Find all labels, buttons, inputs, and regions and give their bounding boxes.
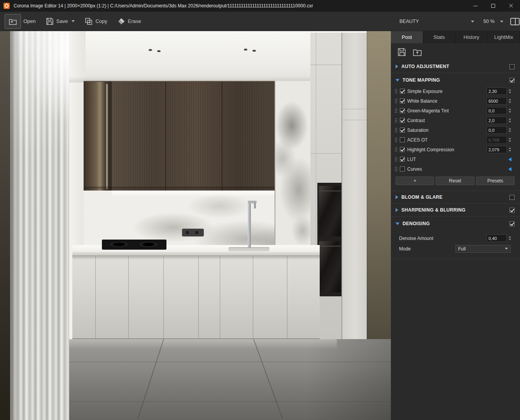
bloom-glare-checkbox[interactable] xyxy=(509,195,515,200)
param-aces-ot: ACES OT 0,768 xyxy=(391,135,520,145)
green-magenta-tint-checkbox[interactable] xyxy=(400,108,405,113)
simple-exposure-checkbox[interactable] xyxy=(400,89,405,94)
drag-handle-icon[interactable] xyxy=(395,118,397,123)
white-balance-checkbox[interactable] xyxy=(400,98,405,103)
denoise-amount-row: Denoise Amount 0,40 xyxy=(391,233,520,243)
green-magenta-tint-spinner[interactable] xyxy=(508,107,512,114)
simple-exposure-spinner[interactable] xyxy=(508,88,512,95)
cabinet-side-panel xyxy=(341,33,368,340)
drag-handle-icon[interactable] xyxy=(395,98,397,103)
open-folder-icon xyxy=(9,17,17,26)
counter-shadow xyxy=(72,256,320,260)
open-icon-box xyxy=(5,14,21,29)
reset-button[interactable]: Reset xyxy=(436,177,474,185)
window-title: Corona Image Editor 14 | 2000×2000px (1:… xyxy=(14,3,313,9)
upper-cabinet-shadow xyxy=(84,187,280,191)
auto-adjustment-checkbox[interactable] xyxy=(509,64,515,69)
cabinet-seam xyxy=(310,65,342,65)
drag-handle-icon[interactable] xyxy=(395,89,397,94)
zoom-value: 50 % xyxy=(483,19,495,24)
erase-button[interactable]: Erase xyxy=(117,18,141,25)
denoising-header[interactable]: DENOISING xyxy=(391,217,520,230)
tone-mapping-checkbox[interactable] xyxy=(509,78,515,83)
drag-handle-icon[interactable] xyxy=(395,108,397,113)
add-operator-button[interactable]: + xyxy=(396,177,434,185)
collapsed-arrow-icon xyxy=(396,195,398,199)
tab-stats[interactable]: Stats xyxy=(423,31,455,43)
presets-button[interactable]: Presets xyxy=(476,177,515,185)
denoise-amount-spinner[interactable] xyxy=(508,234,512,242)
highlight-compression-value[interactable]: 2,079 xyxy=(487,146,507,153)
copy-label: Copy xyxy=(95,18,107,24)
drag-handle-icon[interactable] xyxy=(395,157,397,162)
denoise-mode-select[interactable]: Full xyxy=(455,245,511,253)
drag-handle-icon[interactable] xyxy=(395,137,397,142)
load-config-button[interactable] xyxy=(413,47,422,57)
aces-ot-checkbox[interactable] xyxy=(400,137,405,142)
aces-ot-spinner[interactable] xyxy=(508,136,512,144)
auto-adjustment-header[interactable]: AUTO ADJUSTMENT xyxy=(391,60,520,73)
saturation-label: Saturation xyxy=(407,128,429,133)
burner xyxy=(140,242,157,247)
minimize-button[interactable] xyxy=(466,0,484,12)
render-viewport[interactable] xyxy=(0,31,391,420)
tone-mapping-buttons: + Reset Presets xyxy=(391,174,520,189)
drag-handle-icon[interactable] xyxy=(395,128,397,133)
param-curves: Curves xyxy=(391,164,520,174)
tab-stats-label: Stats xyxy=(433,34,445,40)
contrast-spinner[interactable] xyxy=(508,117,512,124)
grout-line xyxy=(253,339,283,419)
channel-select[interactable]: BEAUTY xyxy=(399,19,474,24)
upper-wood-cabinets xyxy=(112,81,280,191)
tone-mapping-header[interactable]: TONE MAPPING xyxy=(391,74,520,86)
highlight-compression-spinner[interactable] xyxy=(508,146,512,153)
tab-history[interactable]: History xyxy=(455,31,488,43)
saturation-checkbox[interactable] xyxy=(400,128,405,133)
title-bar[interactable]: Corona Image Editor 14 | 2000×2000px (1:… xyxy=(0,0,520,12)
denoising-checkbox[interactable] xyxy=(509,221,515,226)
white-balance-value[interactable]: 6500 xyxy=(487,97,507,105)
sink xyxy=(229,247,269,251)
white-balance-spinner[interactable] xyxy=(508,97,512,105)
curves-checkbox[interactable] xyxy=(400,166,405,172)
denoise-amount-value[interactable]: 0,40 xyxy=(487,234,507,242)
drag-handle-icon[interactable] xyxy=(395,166,397,172)
copy-button[interactable]: Copy xyxy=(85,18,107,25)
spin-up-icon xyxy=(509,138,511,139)
collapsed-arrow-icon xyxy=(396,65,398,68)
highlight-compression-label: Highlight Compression xyxy=(407,147,454,152)
save-button[interactable]: Save xyxy=(46,18,75,25)
spin-up-icon xyxy=(509,108,511,110)
tab-post[interactable]: Post xyxy=(391,31,423,43)
green-magenta-tint-value[interactable]: 0,0 xyxy=(487,107,507,114)
sharpening-header[interactable]: SHARPENING & BLURRING xyxy=(391,204,520,216)
saturation-value[interactable]: 0,0 xyxy=(487,126,507,134)
close-button[interactable] xyxy=(502,0,520,12)
save-config-button[interactable] xyxy=(397,47,406,57)
ceiling-spotlight xyxy=(244,49,247,51)
channel-caret-icon xyxy=(471,21,474,23)
zoom-select[interactable]: 50 % xyxy=(483,19,503,24)
mode-caret-icon xyxy=(505,248,508,250)
lut-expand-arrow-icon[interactable] xyxy=(508,158,511,161)
spin-down-icon xyxy=(509,150,511,152)
saturation-spinner[interactable] xyxy=(508,126,512,134)
open-button[interactable]: Open xyxy=(5,14,36,29)
aces-ot-value[interactable]: 0,768 xyxy=(487,136,507,144)
maximize-button[interactable] xyxy=(484,0,502,12)
under-cabinet-light xyxy=(112,191,280,197)
simple-exposure-value[interactable]: 2,30 xyxy=(487,88,507,95)
white-balance-label: White Balance xyxy=(407,98,437,104)
contrast-value[interactable]: 2,0 xyxy=(487,117,507,124)
lut-checkbox[interactable] xyxy=(400,157,405,162)
drag-handle-icon[interactable] xyxy=(395,147,397,152)
panel-tabs: Post Stats History LightMix xyxy=(391,31,520,43)
split-view-button[interactable] xyxy=(510,18,520,25)
contrast-checkbox[interactable] xyxy=(400,118,405,123)
highlight-compression-checkbox[interactable] xyxy=(400,147,405,152)
bloom-glare-header[interactable]: BLOOM & GLARE xyxy=(391,191,520,203)
curves-expand-arrow-icon[interactable] xyxy=(508,167,511,171)
spin-down-icon xyxy=(509,92,511,93)
tab-lightmix[interactable]: LightMix xyxy=(488,31,520,43)
sharpening-checkbox[interactable] xyxy=(509,208,515,213)
